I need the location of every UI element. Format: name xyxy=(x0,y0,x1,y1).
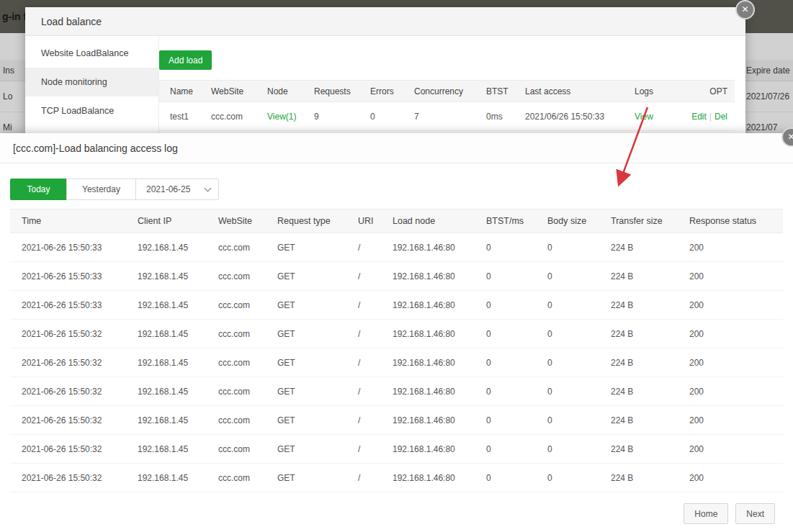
sidebar-item-node-monitoring[interactable]: Node monitoring xyxy=(25,68,158,96)
column-header: Node xyxy=(256,81,303,102)
log-table-cell: 2021-06-26 15:50:32 xyxy=(10,464,126,492)
close-glyph: ✕ xyxy=(787,132,793,142)
log-table-cell: 192.168.1.45 xyxy=(126,406,207,435)
cell-node: View(1) xyxy=(256,102,303,131)
log-table-cell: 2021-06-26 15:50:32 xyxy=(10,406,126,435)
log-table-cell: 200 xyxy=(678,320,783,348)
log-table-cell: 192.168.1.45 xyxy=(126,262,207,291)
cell-concurrency: 7 xyxy=(403,102,475,131)
log-table-row: 2021-06-26 15:50:32192.168.1.45ccc.comGE… xyxy=(10,464,783,492)
column-header: Errors xyxy=(359,81,403,102)
log-table-cell: ccc.com xyxy=(207,320,266,348)
log-table-cell: 0 xyxy=(536,291,599,320)
log-table-cell: 2021-06-26 15:50:32 xyxy=(10,377,126,406)
cell-errors: 0 xyxy=(359,102,403,131)
log-table-cell: 2021-06-26 15:50:32 xyxy=(10,348,126,377)
access-log-modal-header: [ccc.com]-Load balancing access log xyxy=(0,133,793,163)
log-table-cell: GET xyxy=(266,406,346,435)
log-table-cell: 192.168.1.46:80 xyxy=(381,435,475,464)
cell-website: ccc.com xyxy=(200,102,256,131)
log-table-cell: 224 B xyxy=(599,435,678,464)
access-log-table-header-row: TimeClient IPWebSiteRequest typeURILoad … xyxy=(10,209,783,233)
tab-today[interactable]: Today xyxy=(10,179,67,200)
log-table-cell: 200 xyxy=(678,262,783,291)
log-table-cell: 0 xyxy=(536,464,599,492)
log-table-row: 2021-06-26 15:50:32192.168.1.45ccc.comGE… xyxy=(10,377,783,406)
log-table-cell: ccc.com xyxy=(207,406,266,435)
log-table-cell: GET xyxy=(266,320,346,348)
close-glyph: ✕ xyxy=(741,4,748,14)
log-table-cell: / xyxy=(346,291,381,320)
log-table-cell: 0 xyxy=(475,320,536,348)
log-table-cell: 0 xyxy=(475,377,536,406)
log-table-cell: 192.168.1.45 xyxy=(126,320,207,348)
log-table-cell: ccc.com xyxy=(207,464,266,492)
log-table-cell: 200 xyxy=(678,233,783,262)
cell-name: test1 xyxy=(159,102,200,131)
column-header: Load node xyxy=(381,209,475,233)
log-table-cell: 192.168.1.46:80 xyxy=(381,464,475,492)
column-header: Requests xyxy=(303,81,359,102)
edit-link[interactable]: Edit xyxy=(691,112,707,122)
log-table-cell: 200 xyxy=(678,435,783,464)
column-header: Concurrency xyxy=(403,81,475,102)
column-header: WebSite xyxy=(207,209,266,233)
access-log-table-body: 2021-06-26 15:50:33192.168.1.45ccc.comGE… xyxy=(10,233,783,492)
log-table-cell: 192.168.1.45 xyxy=(126,348,207,377)
access-log-modal: [ccc.com]-Load balancing access log ✕ To… xyxy=(0,133,793,532)
sidebar-item-tcp-loadbalance[interactable]: TCP LoadBalance xyxy=(25,96,158,125)
column-header: BTST/ms xyxy=(475,209,536,233)
log-table-cell: / xyxy=(346,464,381,492)
log-table-cell: 0 xyxy=(475,233,536,262)
log-table-cell: / xyxy=(346,406,381,435)
load-balance-modal-title: Load balance xyxy=(41,16,102,27)
log-table-cell: 0 xyxy=(536,435,599,464)
column-header: Body size xyxy=(536,209,599,233)
chevron-down-icon xyxy=(205,185,212,192)
column-header: Last access xyxy=(514,81,624,102)
log-table-cell: 192.168.1.45 xyxy=(126,377,207,406)
log-table-cell: 0 xyxy=(536,406,599,435)
column-header: Transfer size xyxy=(599,209,678,233)
log-table-row: 2021-06-26 15:50:33192.168.1.45ccc.comGE… xyxy=(10,233,783,262)
log-table-cell: 0 xyxy=(536,348,599,377)
access-log-table: TimeClient IPWebSiteRequest typeURILoad … xyxy=(10,209,783,492)
home-button[interactable]: Home xyxy=(684,503,728,524)
log-table-cell: 0 xyxy=(536,233,599,262)
add-load-button[interactable]: Add load xyxy=(159,50,212,70)
log-table-cell: 0 xyxy=(475,348,536,377)
del-link[interactable]: Del xyxy=(714,112,727,122)
node-view-link[interactable]: View(1) xyxy=(267,112,296,122)
log-table-cell: / xyxy=(346,320,381,348)
log-table-cell: ccc.com xyxy=(207,233,266,262)
log-table-cell: 192.168.1.46:80 xyxy=(381,406,475,435)
log-table-cell: 2021-06-26 15:50:32 xyxy=(10,435,126,464)
date-select-value: 2021-06-25 xyxy=(146,184,190,194)
log-table-cell: 200 xyxy=(678,464,783,492)
log-table-cell: 192.168.1.46:80 xyxy=(381,233,475,262)
log-table-row: 2021-06-26 15:50:32192.168.1.45ccc.comGE… xyxy=(10,435,783,464)
log-table-cell: 2021-06-26 15:50:33 xyxy=(10,233,126,262)
log-table-cell: / xyxy=(346,348,381,377)
column-header: Logs xyxy=(624,81,690,102)
log-table-cell: 0 xyxy=(475,406,536,435)
next-button[interactable]: Next xyxy=(735,503,775,524)
log-table-cell: GET xyxy=(266,464,346,492)
log-table-cell: GET xyxy=(266,233,346,262)
arrow-line xyxy=(621,107,648,179)
log-table-cell: / xyxy=(346,262,381,291)
date-select[interactable]: 2021-06-25 xyxy=(135,179,219,200)
annotation-arrow xyxy=(607,102,658,192)
tab-yesterday[interactable]: Yesterday xyxy=(66,179,136,200)
log-table-cell: 192.168.1.45 xyxy=(126,233,207,262)
log-filters: Today Yesterday 2021-06-25 xyxy=(10,179,793,200)
log-table-cell: 2021-06-26 15:50:33 xyxy=(10,291,126,320)
log-table-cell: GET xyxy=(266,435,346,464)
log-table-cell: 224 B xyxy=(599,320,678,348)
sidebar-item-website-loadbalance[interactable]: Website LoadBalance xyxy=(25,39,158,68)
close-icon[interactable]: ✕ xyxy=(735,0,755,19)
column-header: URI xyxy=(346,209,381,233)
log-table-cell: 0 xyxy=(536,320,599,348)
log-table-cell: 200 xyxy=(678,291,783,320)
log-table-cell: 0 xyxy=(475,262,536,291)
